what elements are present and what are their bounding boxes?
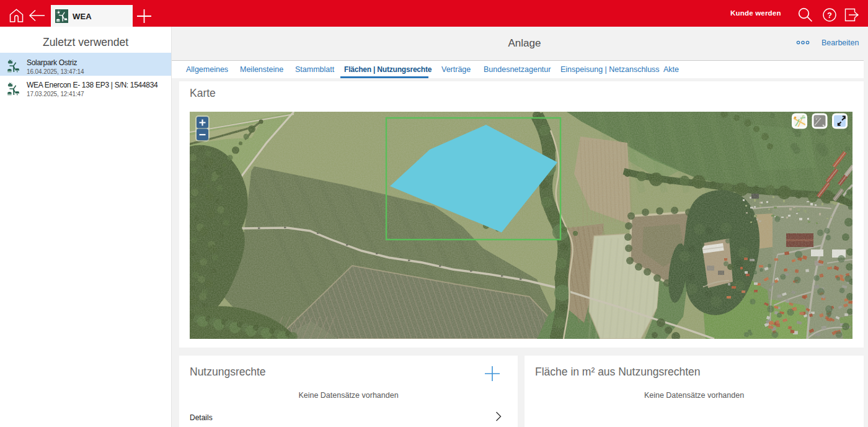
svg-text:?: ? <box>827 11 832 20</box>
